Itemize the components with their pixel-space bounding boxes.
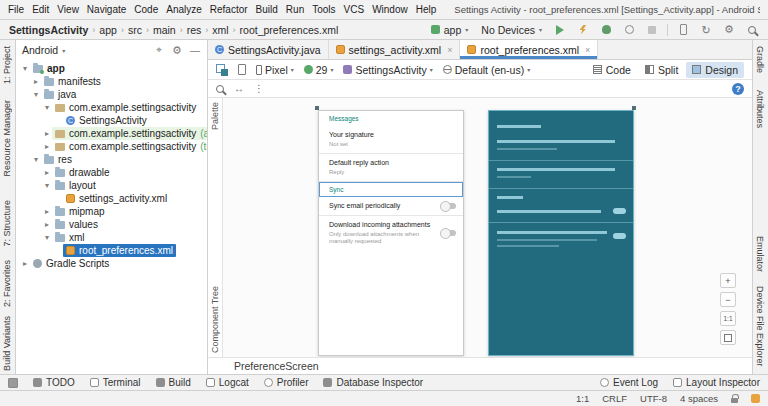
menu-view[interactable]: View	[53, 4, 83, 15]
toolwindow-structure[interactable]: 7: Structure	[2, 200, 12, 247]
pref-item-download-attachments[interactable]: Download incoming attachments Only downl…	[319, 216, 463, 250]
toolwindow-build-variants[interactable]: Build Variants	[2, 316, 12, 371]
line-ending-indicator[interactable]: CRLF	[602, 393, 627, 404]
expand-arrow-icon[interactable]	[42, 103, 52, 112]
profile-button[interactable]	[621, 22, 637, 38]
pref-item-signature[interactable]: Your signature Not set	[319, 126, 463, 153]
device-dropdown[interactable]: Pixel	[256, 64, 294, 76]
device-manager-button[interactable]	[675, 22, 691, 38]
tree-row[interactable]: res	[16, 153, 207, 166]
breadcrumb-item[interactable]: root_preferences.xml	[239, 24, 340, 36]
toolwindow-emulator[interactable]: Emulator	[755, 236, 765, 272]
expand-arrow-icon[interactable]	[42, 207, 52, 216]
tab-settingsactivity-java[interactable]: SettingsActivity.java	[208, 40, 329, 59]
event-log-button[interactable]: Event Log	[600, 377, 658, 388]
menu-edit[interactable]: Edit	[28, 4, 53, 15]
menu-window[interactable]: Window	[368, 4, 412, 15]
expand-arrow-icon[interactable]	[42, 181, 52, 190]
tree-row[interactable]: java	[16, 88, 207, 101]
caret-position[interactable]: 1:1	[576, 393, 589, 404]
gear-icon[interactable]	[171, 45, 183, 56]
component-breadcrumb-item[interactable]: PreferenceScreen	[234, 360, 319, 372]
zoom-in-button[interactable]: +	[720, 273, 736, 288]
settings-button[interactable]	[721, 22, 737, 38]
menu-build[interactable]: Build	[252, 4, 282, 15]
zoom-actual-size-button[interactable]: 1:1	[720, 311, 736, 326]
locale-dropdown[interactable]: Default (en-us)	[443, 64, 530, 76]
expand-arrow-icon[interactable]	[42, 142, 52, 151]
view-mode-design[interactable]: Design	[686, 62, 744, 78]
tree-row[interactable]: app	[16, 62, 207, 75]
hide-panel-icon[interactable]: —	[189, 45, 201, 56]
theme-dropdown[interactable]: SettingsActivity	[343, 64, 432, 76]
pref-category-sync[interactable]: Sync	[319, 182, 463, 197]
api-level-dropdown[interactable]: 29	[304, 64, 334, 76]
expand-arrow-icon[interactable]	[42, 168, 52, 177]
toolwindow-favorites[interactable]: 2: Favorites	[2, 260, 12, 307]
tree-row[interactable]: manifests	[16, 75, 207, 88]
tree-row[interactable]: xml	[16, 231, 207, 244]
breadcrumb-item[interactable]: src	[127, 24, 143, 36]
orientation-icon[interactable]	[238, 64, 246, 75]
close-icon[interactable]	[447, 45, 452, 55]
menu-tools[interactable]: Tools	[308, 4, 339, 15]
toolwindow-device-file-explorer[interactable]: Device File Explorer	[755, 286, 765, 367]
toolwindow-resource-manager[interactable]: Resource Manager	[2, 100, 12, 177]
menu-code[interactable]: Code	[130, 4, 162, 15]
tree-row[interactable]: SettingsActivity	[16, 114, 207, 127]
debug-button[interactable]	[598, 22, 614, 38]
layout-inspector-button[interactable]: Layout Inspector	[673, 377, 760, 388]
tab-settings-activity-xml[interactable]: settings_activity.xml	[329, 40, 461, 59]
breadcrumb-item[interactable]: xml	[211, 24, 229, 36]
device-selector[interactable]: No Devices	[478, 23, 545, 37]
toolwindow-database-inspector[interactable]: Database Inspector	[323, 377, 423, 388]
view-mode-code[interactable]: Code	[587, 62, 637, 78]
tree-row[interactable]: layout	[16, 179, 207, 192]
menu-help[interactable]: Help	[412, 4, 441, 15]
tree-row[interactable]: drawable	[16, 166, 207, 179]
zoom-out-button[interactable]: −	[720, 292, 736, 307]
expand-arrow-icon[interactable]	[42, 233, 52, 242]
switch-toggle[interactable]	[442, 230, 456, 236]
tab-root-preferences-xml[interactable]: root_preferences.xml	[460, 40, 598, 59]
tree-row-selected[interactable]: root_preferences.xml	[16, 244, 207, 257]
menu-analyze[interactable]: Analyze	[162, 4, 206, 15]
locate-file-icon[interactable]: ⌖	[153, 44, 165, 56]
encoding-indicator[interactable]: UTF-8	[640, 393, 667, 404]
blueprint-preview[interactable]	[488, 110, 634, 356]
notification-icon[interactable]	[751, 394, 760, 403]
toolwindow-logcat[interactable]: Logcat	[206, 377, 249, 388]
toolwindow-project[interactable]: 1: Project	[2, 46, 12, 84]
toolwindow-switcher-icon[interactable]	[8, 378, 18, 388]
pref-item-sync-email[interactable]: Sync email periodically	[319, 197, 463, 215]
menu-vcs[interactable]: VCS	[340, 4, 369, 15]
tree-row[interactable]: Gradle Scripts	[16, 257, 207, 270]
tree-row[interactable]: com.example.settingsactivity(androidTest…	[16, 127, 207, 140]
expand-arrow-icon[interactable]	[20, 64, 30, 73]
expand-arrow-icon[interactable]	[31, 90, 41, 99]
breadcrumb-item[interactable]: app	[98, 24, 118, 36]
breadcrumb-item[interactable]: SettingsActivity	[8, 24, 89, 36]
run-config-selector[interactable]: app	[428, 23, 472, 37]
zoom-to-fit-button[interactable]	[720, 330, 736, 345]
tree-row[interactable]: com.example.settingsactivity	[16, 101, 207, 114]
tree-row[interactable]: com.example.settingsactivity(test)	[16, 140, 207, 153]
expand-arrow-icon[interactable]	[42, 129, 52, 138]
more-options-icon[interactable]	[254, 83, 264, 94]
indent-indicator[interactable]: 4 spaces	[680, 393, 718, 404]
help-icon[interactable]	[732, 83, 744, 95]
palette-tab[interactable]: Palette	[210, 102, 220, 130]
search-everywhere-button[interactable]	[744, 22, 760, 38]
component-tree-tab[interactable]: Component Tree	[210, 286, 220, 353]
breadcrumb-item[interactable]: res	[186, 24, 203, 36]
tree-row[interactable]: values	[16, 218, 207, 231]
close-icon[interactable]	[585, 45, 590, 55]
toolwindow-gradle[interactable]: Gradle	[755, 46, 765, 73]
toolwindow-terminal[interactable]: Terminal	[90, 377, 141, 388]
toolwindow-todo[interactable]: TODO	[33, 377, 75, 388]
pref-item-reply-action[interactable]: Default reply action Reply	[319, 154, 463, 181]
menu-run[interactable]: Run	[282, 4, 308, 15]
expand-arrow-icon[interactable]	[42, 220, 52, 229]
lock-icon[interactable]	[731, 398, 738, 403]
tree-row[interactable]: settings_activity.xml	[16, 192, 207, 205]
